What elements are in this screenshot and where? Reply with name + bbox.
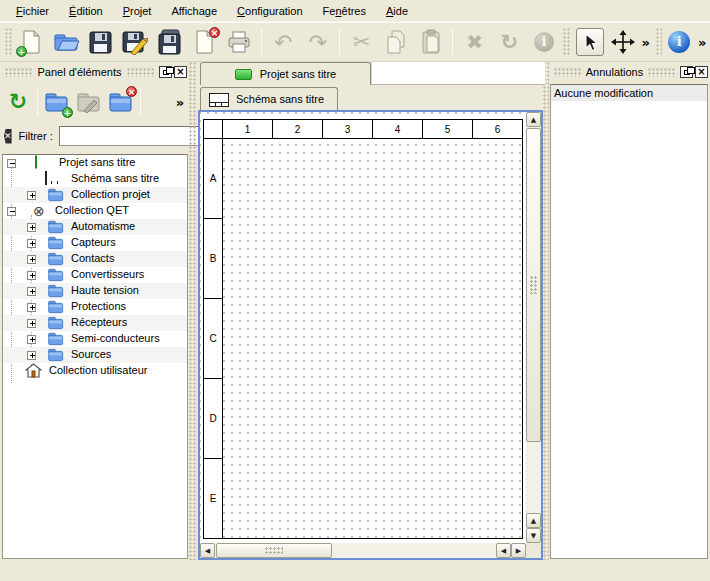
vertical-scrollbar-thumb[interactable] (526, 128, 541, 442)
tree-item-capteurs[interactable]: Capteurs (3, 235, 187, 251)
undo-panel-dock: Annulations × Aucune modification (549, 62, 710, 560)
tree-item-collection-qet[interactable]: ⊗ Collection QET (3, 203, 187, 219)
copy-icon (384, 29, 408, 55)
dock-grip-texture (127, 68, 154, 77)
scroll-up-button[interactable]: ▲ (526, 513, 541, 528)
expand-expander-icon[interactable] (27, 287, 36, 296)
tree-item-label: Collection projet (71, 188, 150, 200)
scroll-left-button[interactable]: ◀ (496, 543, 511, 558)
new-category-button[interactable]: + (41, 86, 73, 118)
column-header: 3 (322, 119, 373, 139)
expand-expander-icon[interactable] (27, 191, 36, 200)
undo-panel-titlebar[interactable]: Annulations × (549, 62, 710, 82)
toolbar-drag-handle[interactable] (656, 28, 663, 56)
vertical-scrollbar[interactable]: ▲ ▲ ▼ (526, 112, 541, 543)
elements-panel-titlebar[interactable]: Panel d'éléments × (0, 62, 189, 82)
scroll-down-button[interactable]: ▼ (526, 528, 541, 543)
menu-configuration[interactable]: Configuration (227, 2, 312, 20)
folder-icon (47, 252, 65, 268)
tab-schema-sans-titre[interactable]: Schéma sans titre (200, 87, 338, 110)
tree-item-contacts[interactable]: Contacts (3, 251, 187, 267)
delete-category-button[interactable]: × (105, 86, 137, 118)
elements-tree[interactable]: Projet sans titre Schéma sans titre Coll… (2, 154, 188, 559)
print-button[interactable] (222, 25, 257, 59)
dock-float-button[interactable] (680, 66, 693, 78)
menu-fichier[interactable]: Fichier (6, 2, 59, 20)
expand-expander-icon[interactable] (27, 239, 36, 248)
tab-projet-sans-titre[interactable]: Projet sans titre (200, 62, 371, 85)
select-pointer-button[interactable] (576, 28, 604, 56)
edit-category-button[interactable] (73, 86, 105, 118)
copy-button[interactable] (379, 25, 414, 59)
tree-item-semi-conducteurs[interactable]: Semi-conducteurs (3, 331, 187, 347)
expand-expander-icon[interactable] (27, 335, 36, 344)
tree-item-sources[interactable]: Sources (3, 347, 187, 363)
dock-close-button[interactable]: × (174, 66, 187, 78)
toolbar-drag-handle[interactable] (5, 28, 12, 56)
menu-fenetres[interactable]: Fenêtres (313, 2, 376, 20)
tree-item-haute-tension[interactable]: Haute tension (3, 283, 187, 299)
rotate-icon: ↻ (500, 30, 518, 54)
save-as-button[interactable] (118, 25, 153, 59)
toolbar-overflow-button[interactable]: » (694, 25, 710, 59)
undo-button[interactable]: ↶ (266, 25, 301, 59)
tree-item-automatisme[interactable]: Automatisme (3, 219, 187, 235)
tree-item-collection-projet[interactable]: Collection projet (3, 187, 187, 203)
dock-close-button[interactable]: × (695, 66, 708, 78)
tree-item-schema[interactable]: Schéma sans titre (3, 171, 187, 187)
toolbar-drag-handle[interactable] (563, 28, 570, 56)
cut-button[interactable]: ✂ (344, 25, 379, 59)
expand-expander-icon[interactable] (27, 255, 36, 264)
schema-canvas[interactable]: 1 2 3 4 5 6 A B C D E (200, 112, 526, 543)
expand-expander-icon[interactable] (27, 319, 36, 328)
collapse-expander-icon[interactable] (7, 159, 16, 168)
pointer-icon (583, 33, 598, 52)
save-button[interactable] (83, 25, 118, 59)
close-file-button[interactable]: × (187, 25, 222, 59)
expand-expander-icon[interactable] (27, 351, 36, 360)
scroll-left-button[interactable]: ◀ (200, 543, 215, 558)
refresh-icon: ↻ (9, 91, 27, 113)
horizontal-scrollbar-thumb[interactable] (216, 543, 332, 558)
tree-item-project[interactable]: Projet sans titre (3, 155, 187, 171)
menu-aide[interactable]: Aide (376, 2, 418, 20)
schema-tabbar: Schéma sans titre (197, 85, 545, 110)
filter-input[interactable] (59, 126, 209, 146)
menu-projet[interactable]: Projet (113, 2, 162, 20)
undo-history-list[interactable]: Aucune modification (550, 84, 708, 559)
redo-button[interactable]: ↷ (300, 25, 335, 59)
undo-list-item[interactable]: Aucune modification (551, 85, 707, 101)
tree-item-recepteurs[interactable]: Récepteurs (3, 315, 187, 331)
dock-grip-texture (648, 68, 675, 77)
open-file-button[interactable] (49, 25, 84, 59)
tree-item-convertisseurs[interactable]: Convertisseurs (3, 267, 187, 283)
tree-item-collection-utilisateur[interactable]: Collection utilisateur (3, 363, 187, 379)
scroll-right-button[interactable]: ▶ (511, 543, 526, 558)
dock-float-button[interactable] (159, 66, 172, 78)
tree-item-label: Capteurs (71, 236, 116, 248)
panel-toolbar-overflow-button[interactable]: » (171, 86, 189, 118)
collapse-expander-icon[interactable] (7, 207, 16, 216)
info-blue-icon: i (668, 31, 690, 53)
horizontal-scrollbar[interactable]: ◀ ◀ ▶ (200, 543, 526, 558)
expand-expander-icon[interactable] (27, 223, 36, 232)
reload-collections-button[interactable]: ↻ (2, 86, 34, 118)
menu-affichage[interactable]: Affichage (161, 2, 227, 20)
expand-expander-icon[interactable] (27, 303, 36, 312)
expand-expander-icon[interactable] (27, 271, 36, 280)
menu-bar: Fichier Édition Projet Affichage Configu… (0, 0, 710, 22)
tree-item-protections[interactable]: Protections (3, 299, 187, 315)
info-button[interactable]: i (527, 25, 562, 59)
paste-button[interactable] (414, 25, 449, 59)
rotate-button[interactable]: ↻ (492, 25, 527, 59)
left-dock-splitter[interactable] (189, 62, 197, 560)
toolbar-overflow-button[interactable]: » (638, 25, 654, 59)
move-mode-button[interactable] (608, 25, 638, 59)
delete-button[interactable]: ✖ (457, 25, 492, 59)
about-button[interactable]: i (664, 25, 694, 59)
menu-edition[interactable]: Édition (59, 2, 113, 20)
clear-filter-icon[interactable]: ✕ (4, 129, 12, 144)
new-file-button[interactable]: + (14, 25, 49, 59)
scroll-up-button[interactable]: ▲ (526, 112, 541, 127)
save-all-button[interactable] (153, 25, 188, 59)
